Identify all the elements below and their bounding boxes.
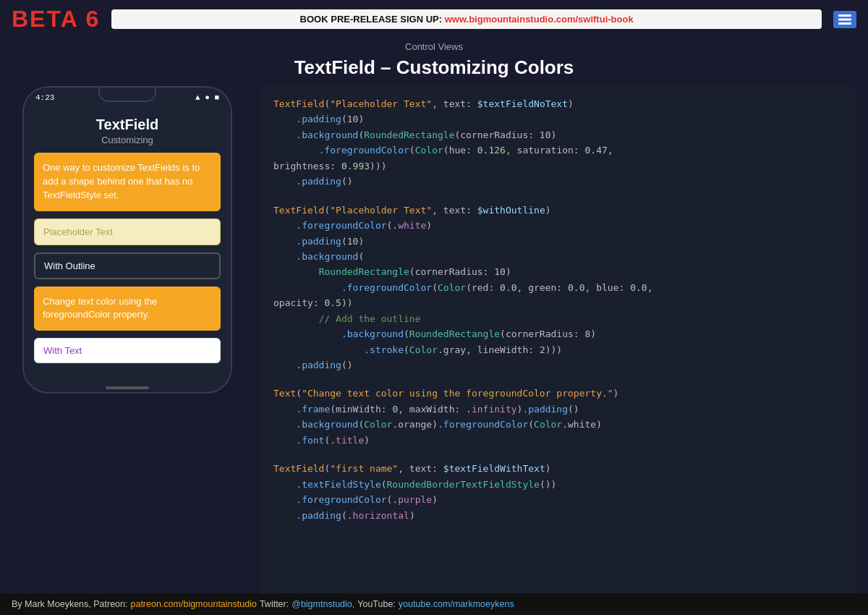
svg-rect-1 (838, 18, 851, 20)
page-title: TextField – Customizing Colors (0, 54, 868, 86)
svg-rect-2 (838, 22, 851, 25)
phone-screen: TextField Customizing One way to customi… (24, 105, 231, 381)
phone-container: 4:23 ▲ ● ■ TextField Customizing One way… (12, 86, 243, 593)
phone-home-indicator (106, 386, 149, 389)
icon-button-right[interactable] (833, 11, 856, 28)
signup-label: BOOK PRE-RELEASE SIGN UP: (300, 14, 442, 25)
svg-rect-0 (838, 14, 851, 17)
phone-mockup: 4:23 ▲ ● ■ TextField Customizing One way… (22, 86, 232, 394)
phone-app-subtitle: Customizing (34, 135, 221, 145)
book-signup-banner[interactable]: BOOK PRE-RELEASE SIGN UP: www.bigmountai… (111, 9, 822, 29)
main-content: 4:23 ▲ ● ■ TextField Customizing One way… (0, 86, 868, 593)
code-content: TextField("Placeholder Text", text: $tex… (273, 96, 843, 523)
phone-time: 4:23 (35, 93, 54, 102)
phone-app-title: TextField (34, 116, 221, 133)
phone-icons: ▲ ● ■ (195, 93, 219, 102)
code-panel: TextField("Placeholder Text", text: $tex… (260, 86, 856, 593)
footer-text: By Mark Moeykens, Patreon: (12, 599, 127, 609)
patreon-link[interactable]: patreon.com/bigmountainstudio (130, 599, 256, 609)
placeholder-text-field[interactable]: Placeholder Text (34, 219, 221, 245)
with-text-field[interactable]: With Text (34, 338, 221, 363)
signup-link[interactable]: www.bigmountainstudio.com/swiftui-book (445, 14, 634, 25)
beta-logo: BETA 6 (12, 6, 100, 33)
top-banner: BETA 6 BOOK PRE-RELEASE SIGN UP: www.big… (0, 0, 868, 38)
footer: By Mark Moeykens, Patreon: patreon.com/b… (0, 593, 868, 615)
phone-notch (98, 88, 156, 102)
twitter-link[interactable]: @bigmtnstudio, (292, 599, 354, 609)
footer-twitter-label: Twitter: (260, 599, 289, 609)
youtube-link[interactable]: youtube.com/markmoeykens (399, 599, 514, 609)
orange-text-box: Change text color using the foregroundCo… (34, 287, 221, 331)
orange-description-box: One way to customize TextFields is to ad… (34, 153, 221, 211)
footer-youtube-label: YouTube: (357, 599, 396, 609)
outline-text-field[interactable]: With Outline (34, 253, 221, 279)
section-header: Control Views (0, 38, 868, 54)
